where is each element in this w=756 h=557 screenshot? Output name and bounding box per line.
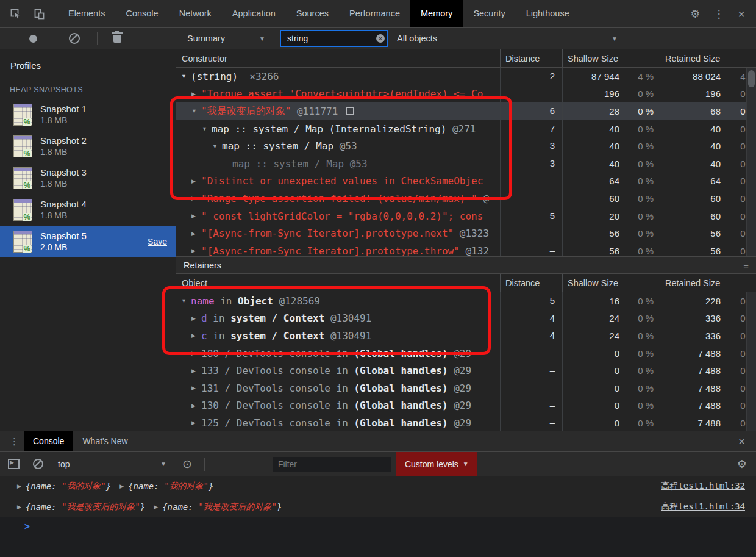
source-location-link[interactable]: 高程test1.html:34 [661,501,745,512]
constructor-row[interactable]: map :: system / Map @533400 %400 % [176,155,756,173]
log-levels-button[interactable]: Custom levels ▼ [396,452,477,476]
tab-lighthouse[interactable]: Lighthouse [516,0,580,27]
constructor-row[interactable]: ▶"Range type assertion failed! (value/mi… [176,190,756,207]
collapsed-arrow-icon[interactable]: ▶ [191,332,201,339]
retainer-row[interactable]: ▶131 / DevTools console in (Global handl… [176,379,756,397]
collapsed-arrow-icon[interactable]: ▶ [191,420,201,426]
more-options-kebab-icon[interactable]: ⋮ [713,9,724,20]
snapshot-item[interactable]: %Snapshot 21.8 MB [0,131,176,162]
expanded-arrow-icon[interactable]: ▼ [212,143,222,149]
tab-security[interactable]: Security [463,0,515,27]
collapsed-arrow-icon[interactable]: ▶ [191,248,201,254]
expanded-arrow-icon[interactable]: ▼ [202,126,212,132]
retainer-row[interactable]: ▶180 / DevTools console in (Global handl… [176,345,756,362]
inspect-element-icon[interactable] [10,8,22,20]
objects-scope-select[interactable]: All objects ▼ [397,34,618,43]
collapsed-arrow-icon[interactable]: ▶ [17,483,21,489]
clear-console-icon[interactable] [33,459,43,469]
clear-filter-icon[interactable]: × [376,34,385,43]
logged-object[interactable]: ▶{name: "我的对象"} [17,481,111,492]
collapsed-arrow-icon[interactable]: ▶ [154,504,158,510]
logged-object[interactable]: ▶{name: "我的对象"} [119,481,213,492]
drawer-close-icon[interactable]: × [738,435,756,448]
delete-profile-icon[interactable] [113,35,121,43]
column-shallow-size[interactable]: Shallow Size [562,49,660,67]
console-settings-icon[interactable]: ⚙ [737,458,747,471]
collapsed-arrow-icon[interactable]: ▶ [191,350,201,356]
constructor-scrollbar[interactable] [746,68,756,256]
drawer-tab-console[interactable]: Console [24,431,73,451]
constructor-row[interactable]: ▶"Distinct or unexpected values in Check… [176,173,756,190]
tab-performance[interactable]: Performance [339,0,410,27]
retainer-row[interactable]: ▶d in system / Context @1304914240 %3360… [176,310,756,328]
constructor-row[interactable]: ▼map :: system / Map (InternalizedString… [176,120,756,138]
console-sidebar-toggle-icon[interactable] [8,459,20,469]
retainers-menu-icon[interactable]: ≡ [743,260,749,270]
save-snapshot-link[interactable]: Save [148,237,167,246]
logged-object[interactable]: ▶{name: "我是改变后的对象"} [154,501,282,512]
collapsed-arrow-icon[interactable]: ▶ [191,368,201,374]
settings-gear-icon[interactable]: ⚙ [690,9,700,20]
clear-profiles-icon[interactable] [69,33,80,44]
retainer-row[interactable]: ▶125 / DevTools console in (Global handl… [176,414,756,431]
column-retained-size[interactable]: Retained Size [660,274,756,292]
collapsed-arrow-icon[interactable]: ▶ [191,403,201,409]
collapsed-arrow-icon[interactable]: ▶ [191,178,201,184]
snapshot-item[interactable]: %Snapshot 11.8 MB [0,99,176,131]
drawer-tab-what-s-new[interactable]: What's New [73,431,137,451]
retainer-row[interactable]: ▶c in system / Context @1304914240 %3360… [176,327,756,345]
collapsed-arrow-icon[interactable]: ▶ [191,385,201,391]
collapsed-arrow-icon[interactable]: ▶ [17,504,21,510]
live-expression-eye-icon[interactable]: ⊙ [182,458,192,470]
column-object[interactable]: Object [176,278,500,288]
close-devtools-icon[interactable]: × [738,8,745,20]
console-drawer: ⋮ ConsoleWhat's New × top ▼ ⊙ Custom lev… [0,431,756,557]
tab-memory[interactable]: Memory [410,0,463,27]
retainer-row[interactable]: ▶133 / DevTools console in (Global handl… [176,362,756,379]
perspective-select[interactable]: Summary ▼ [187,34,265,43]
source-location-link[interactable]: 高程test1.html:32 [661,481,745,492]
tab-application[interactable]: Application [222,0,286,27]
tab-elements[interactable]: Elements [58,0,115,27]
console-prompt[interactable]: > [0,517,756,536]
constructor-row[interactable]: ▶"Torque assert 'Convert<uintptr>(endInd… [176,85,756,103]
column-retained-size[interactable]: Retained Size [660,49,756,67]
expanded-arrow-icon[interactable]: ▼ [191,108,201,114]
snapshot-item[interactable]: %Snapshot 41.8 MB [0,194,176,226]
tab-network[interactable]: Network [169,0,222,27]
constructor-row[interactable]: ▶"[Async-from-Sync Iterator].prototype.n… [176,225,756,242]
class-filter-input[interactable] [286,33,376,44]
column-constructor[interactable]: Constructor [176,54,500,63]
expanded-arrow-icon[interactable]: ▼ [181,298,191,304]
retained-size-cell: 680 % [660,102,756,120]
collapsed-arrow-icon[interactable]: ▶ [191,195,201,201]
collapsed-arrow-icon[interactable]: ▶ [191,91,201,97]
scrollbar-thumb[interactable] [748,70,755,87]
collapsed-arrow-icon[interactable]: ▶ [191,231,201,237]
collapsed-arrow-icon[interactable]: ▶ [191,213,201,219]
tab-console[interactable]: Console [115,0,168,27]
column-shallow-size[interactable]: Shallow Size [562,274,660,292]
record-heap-snapshot-icon[interactable] [29,35,37,43]
device-toolbar-icon[interactable] [33,8,45,20]
collapsed-arrow-icon[interactable]: ▶ [119,483,124,489]
constructor-row[interactable]: ▼"我是改变后的对象" @111771 6280 %680 % [176,102,756,120]
retainer-row[interactable]: ▶130 / DevTools console in (Global handl… [176,397,756,415]
logged-object[interactable]: ▶{name: "我是改变后的对象"} [17,501,145,512]
console-filter-input[interactable] [273,457,391,472]
column-distance[interactable]: Distance [500,49,562,67]
tab-sources[interactable]: Sources [286,0,339,27]
retainer-row[interactable]: ▼name in Object @1285695160 %2280 % [176,292,756,310]
snapshot-item[interactable]: %Snapshot 31.8 MB [0,162,176,194]
snapshot-item[interactable]: %Snapshot 52.0 MBSave [0,226,176,257]
drawer-kebab-icon[interactable]: ⋮ [0,436,24,447]
expanded-arrow-icon[interactable]: ▼ [181,73,191,79]
constructor-row[interactable]: ▶" const lightGridColor = "rgba(0,0,0,0.… [176,207,756,225]
retainers-scrollbar[interactable] [746,292,756,431]
execution-context-select[interactable]: top ▼ [58,459,166,469]
column-distance[interactable]: Distance [500,274,562,292]
collapsed-arrow-icon[interactable]: ▶ [191,315,201,322]
constructor-row[interactable]: ▼(string) ×3266287 9444 %88 0244 % [176,68,756,85]
constructor-row[interactable]: ▼map :: system / Map @533400 %400 % [176,137,756,155]
constructor-row[interactable]: ▶"[Async-from-Sync Iterator].prototype.t… [176,242,756,256]
